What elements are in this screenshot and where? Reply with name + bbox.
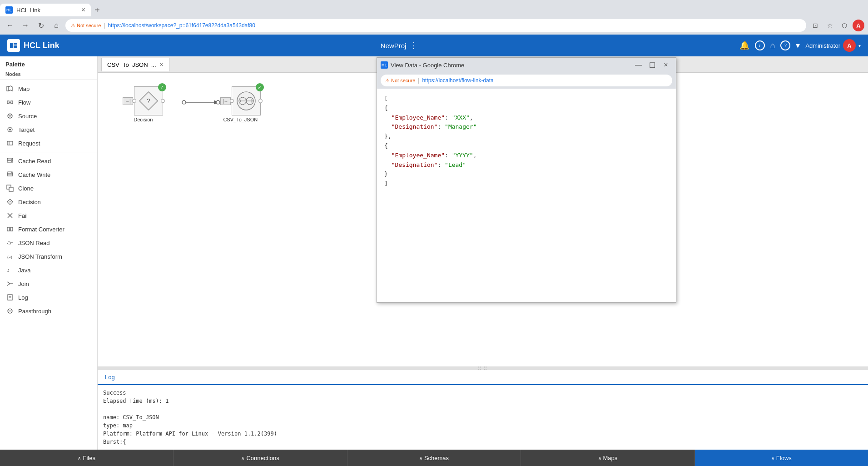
second-window-close-button[interactable]: ×	[660, 59, 672, 71]
palette-item-passthrough[interactable]: Passthrough	[0, 304, 97, 318]
log-line-1: Success	[103, 389, 863, 397]
connections-button[interactable]: ∧ Connections	[174, 450, 347, 466]
palette-item-flow[interactable]: Flow	[0, 95, 97, 109]
url-text: https://localhost/workspace?_p=61f6417e8…	[108, 22, 255, 29]
home-icon[interactable]: ⌂	[770, 41, 775, 50]
json-transform-icon: {⇄}	[5, 252, 15, 261]
user-button[interactable]: Administrator A ▾	[805, 39, 861, 52]
flow-icon	[5, 98, 15, 107]
svg-rect-1	[14, 43, 17, 45]
browser-tab[interactable]: HL HCL Link ×	[0, 4, 91, 16]
new-tab-button[interactable]: +	[91, 5, 104, 15]
palette-item-cache-write[interactable]: Cache Write	[0, 168, 97, 181]
header-center: NewProj ⋮	[65, 40, 734, 50]
palette-nodes-section: Nodes	[0, 70, 97, 78]
svg-line-34	[7, 282, 10, 284]
files-button[interactable]: ∧ Files	[0, 450, 174, 466]
help-icon[interactable]: ?	[780, 40, 790, 50]
palette-item-join-label: Join	[18, 281, 29, 287]
notifications-icon[interactable]: 🔔	[739, 40, 749, 50]
svg-text:{}: {}	[7, 241, 11, 246]
csv-to-json-node-box[interactable]: ✓	[232, 86, 261, 115]
csv-to-json-node-check: ✓	[256, 83, 264, 91]
security-warning: ⚠ Not secure	[71, 23, 101, 29]
decision-right-port[interactable]	[161, 99, 165, 103]
bookmark-icon[interactable]: ☆	[823, 19, 836, 32]
join-icon	[5, 279, 15, 288]
palette-item-cache-read[interactable]: Cache Read	[0, 154, 97, 168]
palette-item-json-transform[interactable]: {⇄} JSON Transform	[0, 250, 97, 263]
canvas-divider[interactable]: ⠿ ⠿	[98, 366, 868, 370]
log-icon	[5, 293, 15, 302]
profile-icon[interactable]: A	[853, 20, 864, 31]
second-window-maximize-button[interactable]: ☐	[646, 59, 659, 71]
palette-item-map[interactable]: Map	[0, 82, 97, 95]
home-button[interactable]: ⌂	[50, 19, 63, 32]
palette-item-json-read[interactable]: {} JSON Read	[0, 236, 97, 250]
tab-close-button[interactable]: ×	[81, 6, 85, 14]
canvas-tab-close-button[interactable]: ×	[160, 61, 164, 68]
decision-flow-node[interactable]: →| ✓ ?	[123, 86, 164, 122]
url-bar[interactable]: ⚠ Not secure | https://localhost/workspa…	[65, 19, 806, 32]
palette-divider-2	[0, 152, 97, 152]
bottom-bar: ∧ Files ∧ Connections ∧ Schemas ∧ Maps ∧…	[0, 450, 868, 466]
second-window-minimize-button[interactable]: —	[632, 59, 645, 71]
tab-favicon: HL	[5, 6, 13, 14]
svg-text:?: ?	[9, 200, 11, 204]
decision-icon: ?	[5, 197, 15, 206]
palette-item-format-converter[interactable]: Format Converter	[0, 222, 97, 236]
palette-item-target-label: Target	[18, 126, 35, 133]
palette-item-target[interactable]: Target	[0, 123, 97, 136]
address-right-icons: ⊡ ☆ ⬡ A	[809, 19, 864, 32]
back-button[interactable]: ←	[4, 19, 16, 32]
maps-chevron-icon: ∧	[598, 456, 601, 461]
palette-item-clone[interactable]: Clone	[0, 181, 97, 195]
forward-button[interactable]: →	[19, 19, 32, 32]
project-menu-icon[interactable]: ⋮	[410, 40, 418, 50]
csv-to-json-right-port[interactable]	[258, 99, 263, 103]
palette-item-java[interactable]: J Java	[0, 263, 97, 277]
decision-node-box[interactable]: ✓ ?	[134, 86, 163, 115]
palette-title: Palette	[0, 56, 97, 70]
decision-left-port[interactable]	[132, 99, 136, 103]
canvas-tab-label: CSV_To_JSON_...	[107, 61, 156, 68]
java-icon: J	[5, 266, 15, 275]
browser-chrome: HL HCL Link × + ← → ↻ ⌂ ⚠ Not secure | h…	[0, 0, 868, 35]
svg-rect-22	[9, 187, 13, 191]
palette-item-java-label: Java	[18, 267, 30, 274]
palette-item-decision[interactable]: ? Decision	[0, 195, 97, 209]
second-window-title: View Data - Google Chrome	[391, 62, 630, 69]
palette-item-decision-label: Decision	[18, 199, 41, 205]
svg-text:J: J	[7, 268, 10, 273]
palette-item-log[interactable]: Log	[0, 291, 97, 304]
palette-item-cache-read-label: Cache Read	[18, 158, 51, 165]
logo-icon	[7, 39, 20, 52]
refresh-button[interactable]: ↻	[35, 19, 47, 32]
canvas-tab[interactable]: CSV_To_JSON_... ×	[101, 58, 169, 71]
svg-rect-2	[14, 45, 17, 48]
json-read-icon: {}	[5, 238, 15, 247]
palette-item-request[interactable]: Request	[0, 136, 97, 150]
second-window-url-bar[interactable]: ⚠ Not secure | https://localhost/flow-li…	[381, 75, 672, 86]
flows-button[interactable]: ∧ Flows	[695, 450, 868, 466]
maps-button[interactable]: ∧ Maps	[521, 450, 694, 466]
log-tab[interactable]: Log	[98, 370, 122, 385]
dropdown-icon[interactable]: ▾	[796, 40, 800, 50]
palette-item-source-label: Source	[18, 113, 37, 120]
palette-item-flow-label: Flow	[18, 99, 30, 106]
palette-item-fail[interactable]: Fail	[0, 209, 97, 222]
cache-read-icon	[5, 156, 15, 165]
schemas-button[interactable]: ∧ Schemas	[347, 450, 521, 466]
json-open-array: [	[384, 95, 388, 102]
extensions-icon[interactable]: ⬡	[838, 19, 851, 32]
csv-to-json-left-port[interactable]	[230, 99, 234, 103]
info-icon[interactable]: i	[755, 40, 765, 50]
json-key-employee-2: "Employee_Name": "YYYY",	[384, 152, 477, 159]
palette-item-source[interactable]: Source	[0, 109, 97, 123]
palette-item-request-label: Request	[18, 140, 40, 147]
csv-to-json-flow-node[interactable]: |→ ✓	[220, 86, 261, 122]
cast-icon[interactable]: ⊡	[809, 19, 822, 32]
app-title: HCL Link	[24, 41, 60, 50]
palette-scroll: Map Flow Source Target	[0, 82, 97, 450]
palette-item-join[interactable]: Join	[0, 277, 97, 291]
